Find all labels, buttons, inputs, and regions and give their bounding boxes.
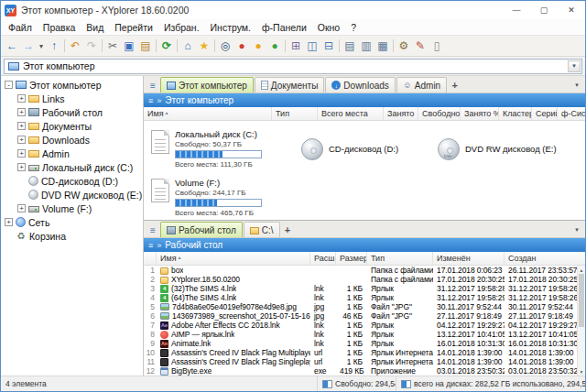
column-header-modified[interactable]: Изменён	[433, 252, 505, 265]
column-header-size[interactable]: Размер	[336, 252, 367, 265]
tree-item-network[interactable]: + Сеть	[1, 215, 143, 229]
tree-expander[interactable]: +	[17, 163, 26, 171]
undo-button[interactable]: ↶	[67, 38, 83, 54]
menu-item-go[interactable]: Перейти	[109, 22, 158, 33]
menu-item-tools[interactable]: Инструм.	[205, 22, 256, 33]
file-row[interactable]: 11 Assassin's Creed IV Black Flag Single…	[144, 357, 577, 366]
scroll-down-icon[interactable]: ▼	[578, 367, 585, 376]
tab-overflow-button[interactable]: ▾	[570, 78, 583, 93]
column-header-total-space[interactable]: Всего места	[318, 107, 384, 120]
tree-item-this-pc[interactable]: - Этот компьютер	[1, 78, 143, 92]
tree-expander[interactable]: -	[5, 81, 13, 89]
tree-item-documents[interactable]: + Документы	[1, 119, 143, 133]
tab-this-pc[interactable]: Этот компьютер	[160, 77, 254, 93]
close-button[interactable]: ✕	[558, 1, 585, 19]
minimize-button[interactable]: —	[503, 1, 530, 19]
tree-item-d-drive[interactable]: CD-дисковод (D:)	[1, 174, 143, 188]
tree-item-e-drive[interactable]: DVD RW дисковод (E:)	[1, 188, 143, 201]
tree-expander[interactable]	[17, 177, 26, 185]
tree-expander[interactable]: +	[17, 122, 26, 130]
refresh-button[interactable]: ⟳	[158, 38, 175, 54]
file-row[interactable]: 9 Animate.lnk lnk 1 КБ Ярлык 16.01.2018 …	[144, 339, 577, 348]
menu-item-favorites[interactable]: Избран.	[158, 22, 205, 33]
back-button[interactable]: ←	[4, 38, 20, 54]
drive-item-f[interactable]: Volume (F:) Свободно: 244,17 ГБ Всего ме…	[149, 173, 296, 220]
menu-item-help[interactable]: ?	[345, 22, 362, 33]
home-button[interactable]: ⌂	[179, 38, 196, 54]
column-header-name[interactable]: Имя▴	[144, 107, 272, 120]
view-details-button[interactable]: ▤	[342, 38, 358, 54]
pane-menu-icon[interactable]: ≡	[148, 241, 153, 250]
forward-button[interactable]: →	[20, 38, 37, 54]
recent-dropdown-button[interactable]: ▾	[37, 38, 46, 54]
column-header-type[interactable]: Тип	[272, 107, 318, 120]
file-row[interactable]: 10 Assassin's Creed IV Black Flag Multip…	[144, 348, 577, 357]
column-header-ext[interactable]: Расш	[310, 252, 336, 265]
tree-expander[interactable]: +	[17, 149, 26, 158]
top-breadcrumb-bar[interactable]: ≡ » Этот компьютер	[144, 93, 585, 107]
tab-documents[interactable]: Документы	[255, 77, 325, 93]
tree-item-c-drive[interactable]: + Локальный диск (C:)	[1, 160, 143, 174]
menu-item-file[interactable]: Файл	[3, 22, 38, 33]
vertical-scrollbar[interactable]: ▲ ▼	[577, 266, 585, 376]
column-header-serial[interactable]: Серийн...	[532, 107, 558, 120]
column-header-created[interactable]: Создан	[505, 252, 585, 265]
drive-item-e[interactable]: DVD RW дисковод (E:)	[436, 125, 573, 173]
view-list-button[interactable]: ▥	[358, 38, 374, 54]
maximize-button[interactable]: ▢	[530, 1, 558, 19]
column-header-free[interactable]: Свободно	[418, 107, 461, 120]
find-files-button[interactable]: ◎	[217, 38, 233, 54]
tab-c-drive[interactable]: C:\	[244, 222, 280, 237]
tree-expander[interactable]: +	[5, 218, 13, 226]
file-row[interactable]: 4 (64)The SIMS 4.lnk lnk 1 КБ Ярлык 31.1…	[144, 293, 577, 302]
drive-item-c[interactable]: Локальный диск (C:) Свободно: 50,37 ГБ В…	[149, 125, 296, 173]
file-row[interactable]: 1 box Папка с файлами 17.01.2018 0:06:23…	[144, 266, 577, 275]
paper-folder-button[interactable]: ▯	[429, 38, 445, 54]
scroll-up-icon[interactable]: ▲	[578, 266, 585, 274]
tree-expander[interactable]	[5, 232, 13, 240]
address-dropdown-button[interactable]: ▾	[568, 60, 581, 72]
file-row[interactable]: 2 XYplorer.18.50.0200 Папка с файлами 17…	[144, 275, 577, 284]
file-row[interactable]: 8 AIMP — ярлык.lnk lnk 1 КБ Ярлык 13.12.…	[144, 330, 577, 339]
horizontal-panes-button[interactable]: ⊟	[320, 38, 337, 54]
paste-button[interactable]: ▤	[137, 38, 154, 54]
tree-expander[interactable]	[17, 191, 26, 199]
up-button[interactable]: ↑	[46, 38, 62, 54]
file-row[interactable]: 3 (32)The SIMS 4.lnk lnk 1 КБ Ярлык 31.1…	[144, 284, 577, 293]
bottom-breadcrumb-bar[interactable]: ≡ » Рабочий стол	[144, 238, 585, 252]
pane-menu-icon[interactable]: ≡	[148, 96, 153, 105]
menu-item-window[interactable]: Окно	[312, 22, 345, 33]
tree-expander[interactable]: +	[17, 108, 26, 116]
tree-item-recycle-bin[interactable]: Корзина	[1, 229, 143, 243]
tab-list-button[interactable]: ≡	[146, 78, 160, 93]
new-tab-button[interactable]: +	[448, 78, 461, 93]
favorites-button[interactable]: ★	[196, 38, 212, 54]
tab-overflow-button[interactable]: ▾	[570, 223, 583, 237]
copy-button[interactable]: ▣	[121, 38, 137, 54]
color-filter-red-button[interactable]: ●	[233, 38, 250, 54]
tree-expander[interactable]: +	[17, 94, 26, 103]
tree-item-desktop[interactable]: + Рабочий стол	[1, 105, 143, 119]
view-thumbnails-button[interactable]: ▦	[374, 38, 391, 54]
tree-item-links[interactable]: + Links	[1, 92, 143, 105]
column-header-used[interactable]: Занято	[384, 107, 418, 120]
tree-expander[interactable]: +	[17, 204, 26, 212]
file-row[interactable]: 5 7d4b8a6e05e4019ef9078e4d9e8.jpg jpg 1 …	[144, 302, 577, 311]
tab-downloads[interactable]: Downloads	[325, 77, 395, 93]
color-filter-yellow-button[interactable]: ●	[250, 38, 266, 54]
color-filter-green-button[interactable]: ●	[266, 38, 283, 54]
scripts-button[interactable]: ✎	[412, 38, 429, 54]
breadcrumb-label[interactable]: Этот компьютер	[165, 95, 233, 105]
breadcrumb-label[interactable]: Рабочий стол	[165, 240, 222, 250]
column-header-name[interactable]: Имя▴	[157, 252, 310, 265]
column-header-cluster[interactable]: Кластер	[499, 107, 532, 120]
column-header-index[interactable]	[144, 252, 157, 265]
tab-desktop[interactable]: Рабочий стол	[160, 222, 243, 237]
mini-tree-button[interactable]: ⊞	[288, 38, 304, 54]
address-combobox[interactable]: Этот компьютер ▾	[4, 59, 582, 74]
tree-item-downloads[interactable]: + Downloads	[1, 133, 143, 147]
menu-item-panes[interactable]: ф-Панели	[256, 22, 312, 33]
tree-item-f-drive[interactable]: + Volume (F:)	[1, 201, 143, 215]
column-header-used-percent[interactable]: Занято %	[461, 107, 499, 120]
redo-button[interactable]: ↷	[83, 38, 100, 54]
